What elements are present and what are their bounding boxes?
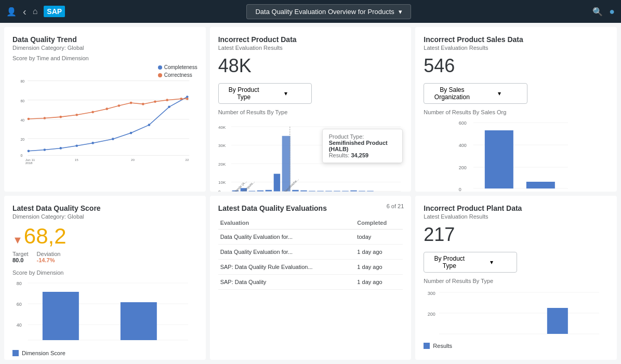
- completeness-label: Completeness: [164, 64, 197, 70]
- dimension-score-label: Dimension Score: [22, 350, 65, 356]
- svg-point-26: [118, 104, 121, 107]
- svg-point-13: [75, 144, 78, 147]
- svg-point-25: [105, 107, 108, 110]
- page-title-button[interactable]: Data Quality Evaluation Overview for Pro…: [246, 4, 411, 19]
- svg-text:200: 200: [459, 165, 467, 170]
- table-row[interactable]: SAP: Data Quality 1 day ago: [218, 274, 403, 289]
- incorrect-plant-subtitle: Latest Evaluation Results: [424, 213, 609, 220]
- svg-rect-50: [248, 191, 255, 192]
- svg-rect-95: [547, 308, 568, 334]
- svg-text:2018: 2018: [25, 161, 33, 165]
- svg-text:400: 400: [459, 143, 467, 148]
- svg-rect-58: [309, 191, 315, 192]
- svg-text:20: 20: [20, 138, 24, 141]
- product-type-dropdown-label: By Product Type: [225, 86, 263, 101]
- svg-text:40: 40: [20, 118, 24, 122]
- svg-point-14: [91, 142, 94, 144]
- svg-rect-89: [121, 302, 157, 340]
- svg-point-24: [91, 111, 94, 114]
- product-type-dropdown[interactable]: By Product Type ▾: [218, 83, 312, 104]
- header-right: 🔍 ●: [592, 6, 615, 17]
- svg-point-18: [168, 105, 170, 108]
- incorrect-sales-card: Incorrect Product Sales Data Latest Eval…: [415, 27, 617, 192]
- svg-point-29: [154, 100, 156, 103]
- incorrect-sales-title: Incorrect Product Sales Data: [424, 35, 609, 44]
- svg-point-21: [44, 117, 46, 119]
- score-deviation: Deviation -14.7%: [37, 251, 61, 263]
- plant-results-legend: Results: [424, 343, 609, 349]
- home-icon[interactable]: ⌂: [33, 7, 38, 16]
- svg-point-16: [130, 132, 133, 134]
- svg-point-28: [142, 103, 144, 105]
- svg-rect-59: [317, 191, 323, 192]
- svg-rect-60: [325, 191, 332, 192]
- chevron-down-icon: ▾: [399, 8, 402, 16]
- incorrect-sales-chart-label: Number of Results By Sales Org: [424, 109, 609, 115]
- svg-text:0: 0: [459, 187, 461, 192]
- svg-text:300: 300: [428, 291, 435, 296]
- quality-trend-subtitle: Dimension Category: Global: [12, 45, 197, 51]
- svg-text:40: 40: [17, 322, 22, 328]
- sales-org-dropdown-label: By Sales Organization: [430, 86, 473, 101]
- svg-point-23: [75, 114, 78, 116]
- svg-text:60: 60: [20, 99, 24, 103]
- incorrect-product-value: 48K: [218, 55, 403, 77]
- svg-rect-77: [485, 130, 513, 188]
- incorrect-product-title: Incorrect Product Data: [218, 35, 403, 44]
- svg-text:30K: 30K: [218, 143, 226, 148]
- svg-text:600: 600: [459, 120, 467, 126]
- col-evaluation: Evaluation: [218, 217, 355, 230]
- svg-rect-61: [334, 191, 340, 192]
- sap-logo: SAP: [44, 6, 65, 17]
- legend-correctness: Correctness: [158, 72, 197, 78]
- user-avatar-icon[interactable]: ●: [609, 6, 615, 17]
- svg-rect-56: [292, 190, 298, 192]
- table-row[interactable]: SAP: Data Quality Rule Evaluation... 1 d…: [218, 259, 403, 274]
- svg-text:40K: 40K: [218, 125, 226, 130]
- quality-trend-card: Data Quality Trend Dimension Category: G…: [4, 27, 206, 192]
- score-meta: Target 80.0 Deviation -14.7%: [12, 251, 197, 263]
- plant-product-type-dropdown[interactable]: By Product Type ▾: [424, 252, 517, 273]
- sales-bar-chart-svg: 600 400 200 0 MDG Sales Org. 0001 MDG Sa…: [424, 118, 609, 192]
- quality-score-display: ▼ 68,2: [12, 224, 197, 249]
- chevron-down-icon: ▾: [267, 90, 305, 97]
- incorrect-product-chart-area: Product Type: Semifinished Product (HALB…: [218, 118, 403, 192]
- svg-point-12: [59, 147, 62, 150]
- table-row[interactable]: Data Quality Evaluation for... 1 day ago: [218, 244, 403, 259]
- legend-completeness: Completeness: [158, 64, 197, 70]
- incorrect-sales-subtitle: Latest Evaluation Results: [424, 45, 609, 51]
- eval-completed-1: today: [355, 229, 403, 244]
- chevron-down-icon: ▾: [478, 90, 521, 97]
- header-center: Data Quality Evaluation Overview for Pro…: [73, 4, 584, 19]
- target-value: 80.0: [12, 257, 29, 263]
- incorrect-product-chart-label: Number of Results By Type: [218, 109, 403, 115]
- line-chart-svg: 80 60 40 20 0: [12, 64, 197, 173]
- dashboard: Data Quality Trend Dimension Category: G…: [0, 23, 621, 364]
- chart-legend: Completeness Correctness: [158, 64, 197, 78]
- eval-completed-4: 1 day ago: [355, 274, 403, 289]
- search-icon[interactable]: 🔍: [592, 7, 603, 17]
- svg-point-31: [180, 98, 182, 100]
- incorrect-plant-chart-label: Number of Results By Type: [424, 278, 609, 284]
- app-header: 👤 ‹ ⌂ SAP Data Quality Evaluation Overvi…: [0, 0, 621, 23]
- eval-name-2: Data Quality Evaluation for...: [218, 244, 355, 259]
- svg-point-27: [130, 102, 133, 104]
- svg-point-30: [166, 99, 168, 101]
- svg-text:22: 22: [185, 158, 189, 161]
- table-row[interactable]: Data Quality Evaluation for... today: [218, 229, 403, 244]
- person-icon[interactable]: 👤: [6, 7, 17, 17]
- quality-trend-chart: Completeness Correctness 80 60 40 20 0: [12, 64, 197, 179]
- svg-text:60: 60: [17, 302, 22, 307]
- quality-score-subtitle: Dimension Category: Global: [12, 213, 197, 220]
- quality-trend-chart-label: Score by Time and Dimension: [12, 55, 197, 61]
- correctness-dot: [158, 73, 162, 77]
- sales-org-dropdown[interactable]: By Sales Organization ▾: [424, 83, 527, 104]
- back-icon[interactable]: ‹: [23, 6, 27, 18]
- svg-rect-54: [282, 136, 290, 192]
- svg-rect-63: [350, 191, 356, 192]
- svg-point-17: [148, 124, 151, 126]
- quality-score-card: Latest Data Quality Score Dimension Cate…: [4, 196, 206, 360]
- svg-text:0: 0: [218, 190, 221, 191]
- plant-bar-chart-svg: 300 200: [424, 287, 609, 339]
- plant-dropdown-label: By Product Type: [430, 255, 468, 269]
